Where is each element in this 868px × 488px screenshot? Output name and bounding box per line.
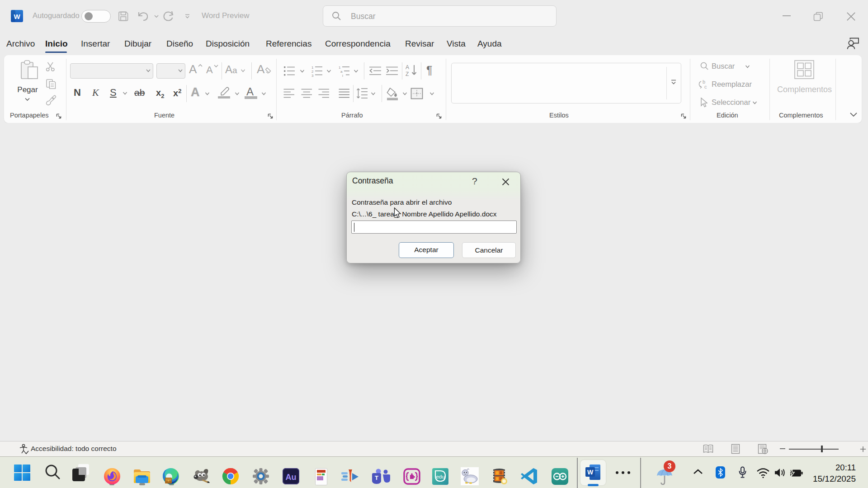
svg-text:edu: edu: [436, 474, 444, 479]
svg-text:Au: Au: [286, 473, 297, 482]
svg-text:W: W: [14, 13, 20, 20]
svg-text:T: T: [375, 474, 378, 481]
svg-text:W: W: [587, 469, 594, 476]
